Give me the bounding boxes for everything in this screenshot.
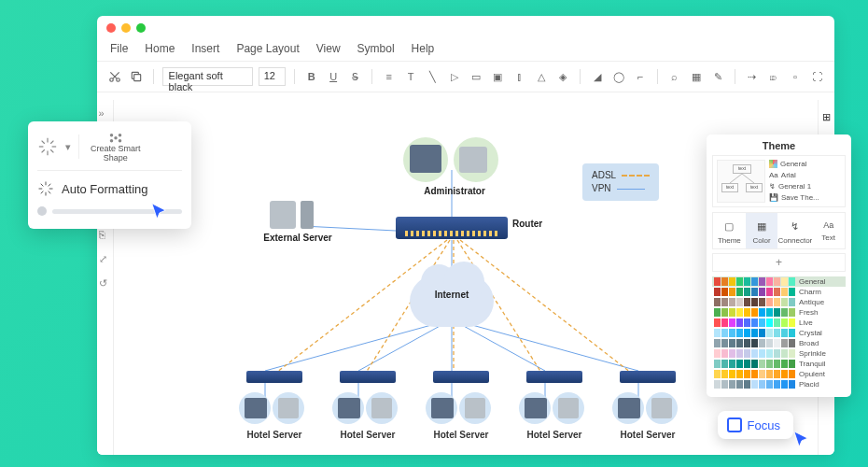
menu-page-layout[interactable]: Page Layout (236, 42, 299, 55)
focus-icon (727, 417, 742, 432)
search-icon[interactable]: ⌕ (666, 68, 682, 85)
palette-opulent[interactable]: Opulent (712, 369, 846, 379)
collapse-icon[interactable]: » (99, 107, 112, 120)
add-palette-button[interactable]: + (712, 253, 846, 272)
svg-point-31 (110, 139, 113, 142)
svg-line-39 (49, 191, 51, 194)
tab-theme[interactable]: ▢Theme (713, 213, 746, 248)
toolbar: Elegant soft black 12 B U S̶ ≡ T ╲ ▷ ▭ ▣… (97, 62, 834, 92)
clip-icon[interactable]: ⎘ (99, 229, 112, 242)
svg-line-38 (41, 184, 44, 187)
legend: ADSL VPN (582, 163, 659, 201)
pointer-icon[interactable]: ▷ (446, 68, 462, 85)
svg-point-30 (119, 134, 121, 136)
palette-tranquil[interactable]: Tranquil (712, 359, 846, 369)
menu-view[interactable]: View (316, 42, 341, 55)
tab-color[interactable]: ▦Color (746, 213, 778, 248)
hotel-server-unit[interactable]: Hotel Server (517, 371, 592, 440)
router-device[interactable] (396, 217, 508, 239)
svg-line-40 (49, 184, 51, 187)
minimize-dot[interactable] (121, 23, 131, 33)
hotel-server-unit[interactable]: Hotel Server (610, 371, 685, 440)
shape-icon[interactable]: ▭ (468, 68, 483, 85)
maximize-dot[interactable] (136, 23, 146, 33)
palette-sprinkle[interactable]: Sprinkle (712, 348, 846, 359)
svg-line-27 (50, 141, 53, 144)
create-smart-shape-button[interactable]: Create Smart Shape (87, 129, 145, 164)
svg-point-0 (109, 78, 113, 82)
grid-icon[interactable]: ▦ (688, 68, 704, 85)
theme-icon[interactable]: ⊞ (822, 111, 831, 123)
menu-home[interactable]: Home (145, 42, 175, 55)
crop-icon[interactable]: ⌐ (632, 68, 648, 85)
hotel-server-unit[interactable]: Hotel Server (237, 371, 312, 440)
theme-tabs: ▢Theme ▦Color ↯Connector AaText (712, 212, 846, 249)
palette-placid[interactable]: Placid (712, 379, 846, 389)
close-dot[interactable] (106, 23, 116, 33)
theme-opt-general[interactable]: General (769, 160, 841, 168)
cursor-icon-2 (791, 430, 812, 450)
menu-insert[interactable]: Insert (191, 42, 219, 55)
chart-icon[interactable]: ⫿ (511, 68, 527, 85)
palette-live[interactable]: Live (712, 318, 846, 328)
theme-opt-save[interactable]: 💾Save The... (769, 193, 841, 202)
label-router: Router (512, 219, 568, 229)
chevron-down-icon[interactable]: ▾ (65, 141, 71, 153)
more-icon[interactable]: ▫ (787, 68, 803, 85)
hotel-server-unit[interactable]: Hotel Server (330, 371, 405, 440)
image-icon[interactable]: ▣ (490, 68, 506, 85)
label-administrator: Administrator (403, 186, 506, 196)
svg-line-6 (265, 319, 452, 371)
burst-icon[interactable] (37, 136, 58, 157)
label-hotel-server: Hotel Server (517, 430, 592, 440)
line-tool-icon[interactable]: ╲ (425, 68, 441, 85)
palette-charm[interactable]: Charm (712, 287, 846, 297)
svg-point-33 (114, 136, 117, 139)
strike-icon[interactable]: S̶ (347, 68, 363, 85)
stroke-icon[interactable]: ◯ (610, 68, 626, 85)
connect-icon[interactable]: ⇢ (744, 68, 760, 85)
tab-connector[interactable]: ↯Connector (777, 213, 812, 248)
lock-icon[interactable]: ⎄ (765, 68, 781, 85)
text-tool-icon[interactable]: T (402, 68, 418, 85)
svg-rect-2 (134, 75, 141, 81)
svg-point-29 (110, 134, 113, 136)
label-hotel-server: Hotel Server (237, 430, 312, 440)
theme-preview[interactable]: text text text (717, 160, 765, 203)
warn-icon[interactable]: △ (533, 68, 549, 85)
auto-formatting-button[interactable]: Auto Formatting (37, 180, 182, 197)
menu-file[interactable]: File (110, 42, 128, 55)
palette-general[interactable]: General (712, 276, 846, 287)
menu-help[interactable]: Help (412, 42, 435, 55)
menu-symbol[interactable]: Symbol (357, 42, 395, 55)
theme-opt-general1[interactable]: ↯General 1 (769, 182, 841, 191)
align-icon[interactable]: ≡ (381, 68, 397, 85)
fit-icon[interactable]: ⤢ (99, 253, 112, 266)
palette-broad[interactable]: Broad (712, 338, 846, 348)
svg-line-10 (452, 319, 638, 371)
theme-opt-font[interactable]: AaArial (769, 171, 841, 179)
focus-button[interactable]: Focus (718, 411, 793, 439)
edit-icon[interactable]: ✎ (709, 68, 725, 85)
bold-icon[interactable]: B (303, 68, 319, 85)
palette-crystal[interactable]: Crystal (712, 328, 846, 338)
layers-icon[interactable]: ◈ (555, 68, 571, 85)
history-icon[interactable]: ↺ (99, 277, 112, 290)
window-controls (97, 16, 834, 40)
cut-icon[interactable] (106, 68, 122, 85)
hotel-server-unit[interactable]: Hotel Server (424, 371, 498, 440)
tab-text[interactable]: AaText (812, 213, 845, 248)
expand-icon[interactable]: ⛶ (809, 68, 825, 85)
label-hotel-server: Hotel Server (330, 430, 405, 440)
internet-cloud[interactable] (410, 276, 494, 327)
svg-line-26 (50, 149, 53, 152)
canvas[interactable]: Administrator External Server Router Int… (116, 100, 788, 446)
palette-antique[interactable]: Antique (712, 297, 846, 307)
font-select[interactable]: Elegant soft black (162, 67, 253, 86)
underline-icon[interactable]: U (325, 68, 341, 85)
copy-icon[interactable] (128, 68, 144, 85)
theme-panel: Theme text text text General AaArial ↯Ge… (707, 134, 851, 397)
palette-fresh[interactable]: Fresh (712, 307, 846, 318)
fill-icon[interactable]: ◢ (589, 68, 605, 85)
font-size-select[interactable]: 12 (259, 67, 287, 86)
